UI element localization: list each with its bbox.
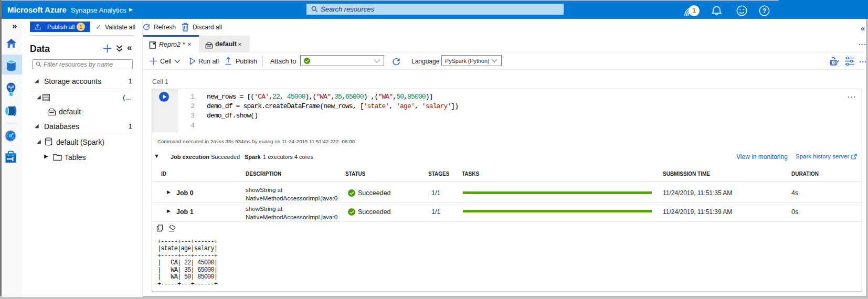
svg-text:?: ? [763, 7, 767, 15]
svg-text:*: * [51, 143, 53, 147]
